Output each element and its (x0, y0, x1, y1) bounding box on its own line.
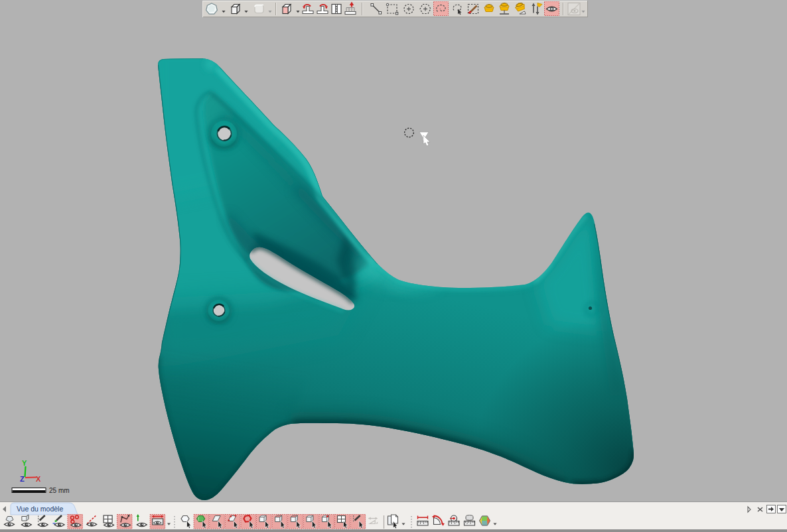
svg-text:Z: Z (20, 475, 25, 483)
svg-text:X: X (36, 475, 41, 483)
svg-text:Vue du modèle: Vue du modèle (17, 505, 63, 513)
svg-text:25 mm: 25 mm (49, 487, 70, 494)
svg-text:Y: Y (22, 459, 27, 467)
